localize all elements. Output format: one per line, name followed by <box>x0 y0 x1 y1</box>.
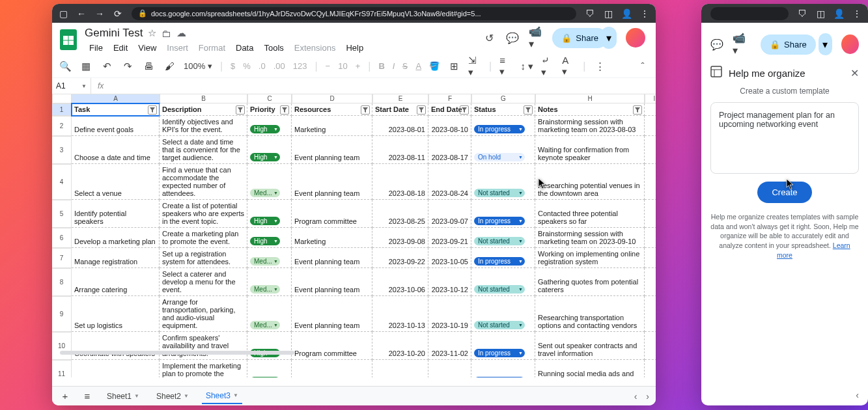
valign-icon[interactable]: ↕ ▾ <box>520 60 533 73</box>
data-cell[interactable]: 2023-08-01 <box>372 116 428 136</box>
format-123-icon[interactable]: 123 <box>293 61 307 71</box>
side-profile-icon[interactable]: 👤 <box>834 9 843 18</box>
chip-icon[interactable]: ▦ <box>79 60 92 73</box>
data-cell[interactable]: Event planning team <box>292 248 372 268</box>
priority-cell[interactable]: High▼ <box>247 116 292 136</box>
row-header[interactable]: 7 <box>52 248 72 268</box>
font-size-plus[interactable]: + <box>356 61 361 71</box>
data-cell[interactable] <box>645 360 656 377</box>
merge-icon[interactable]: ⇲ ▾ <box>468 60 481 73</box>
menu-insert[interactable]: Insert <box>162 41 193 55</box>
data-cell[interactable]: Researching potential venues in the down… <box>535 164 645 200</box>
data-cell[interactable]: 2023-08-11 <box>372 136 428 164</box>
paint-format-icon[interactable]: 🖌 <box>163 60 176 73</box>
data-cell[interactable]: Select a caterer and develop a menu for … <box>160 268 247 296</box>
sheet-tab-3[interactable]: Sheet3▼ <box>202 389 242 404</box>
data-cell[interactable] <box>645 136 656 164</box>
back-icon[interactable]: ← <box>77 9 86 18</box>
data-cell[interactable]: Develop a marketing plan <box>72 228 160 248</box>
data-cell[interactable] <box>645 296 656 332</box>
priority-cell[interactable]: Med...▼ <box>247 164 292 200</box>
horizontal-scrollbar[interactable] <box>60 351 648 356</box>
data-cell[interactable]: Create a marketing plan to promote the e… <box>160 228 247 248</box>
status-cell[interactable]: On hold▼ <box>471 136 535 164</box>
data-cell[interactable]: Marketing <box>292 116 372 136</box>
fill-color-icon[interactable]: 🪣 <box>429 61 440 71</box>
data-cell[interactable] <box>645 248 656 268</box>
close-panel-icon[interactable]: ✕ <box>850 67 859 79</box>
data-cell[interactable]: 2023-09-21 <box>428 228 471 248</box>
wrap-icon[interactable]: ⤶ ▾ <box>541 60 554 73</box>
forward-icon[interactable]: → <box>95 9 104 18</box>
align-icon[interactable]: ≡ ▾ <box>499 60 512 73</box>
data-cell[interactable]: Working on implementing online registrat… <box>535 248 645 268</box>
data-cell[interactable]: Define event goals <box>72 116 160 136</box>
data-cell[interactable]: 2023-08-24 <box>428 164 471 200</box>
percent-icon[interactable]: % <box>243 61 251 71</box>
data-cell[interactable]: Brainstorming session with marketing tea… <box>535 116 645 136</box>
meet-icon[interactable]: 📹 ▾ <box>529 31 543 45</box>
move-folder-icon[interactable]: 🗀 <box>161 28 171 39</box>
search-menus-icon[interactable]: 🔍 <box>59 60 72 73</box>
profile-icon[interactable]: 👤 <box>622 9 631 18</box>
filter-icon[interactable] <box>148 105 157 115</box>
data-cell[interactable]: Event planning team <box>292 164 372 200</box>
currency-icon[interactable]: $ <box>231 61 235 71</box>
data-cell[interactable]: Contacted three potential speakers so fa… <box>535 200 645 228</box>
data-cell[interactable]: 2023-09-07 <box>428 200 471 228</box>
panel-collapse-icon[interactable]: ‹ <box>856 390 859 400</box>
data-cell[interactable]: Identify objectives and KPI's for the ev… <box>160 116 247 136</box>
tab-scroll-left-icon[interactable]: ‹ <box>634 391 637 402</box>
more-tools-icon[interactable]: ⋮ <box>593 60 606 73</box>
data-cell[interactable] <box>645 116 656 136</box>
column-header[interactable] <box>52 94 72 103</box>
font-size-minus[interactable]: − <box>326 61 331 71</box>
menu-extensions[interactable]: Extensions <box>290 41 341 55</box>
share-dropdown-button[interactable]: ▾ <box>601 27 617 49</box>
data-cell[interactable]: Set up logistics <box>72 296 160 332</box>
window-icon[interactable]: ▢ <box>59 9 68 18</box>
filter-icon[interactable] <box>633 105 642 115</box>
data-cell[interactable]: Select a venue <box>72 164 160 200</box>
data-cell[interactable]: 2023-08-17 <box>428 136 471 164</box>
column-header[interactable]: D <box>292 94 372 103</box>
data-cell[interactable]: Find a venue that can accommodate the ex… <box>160 164 247 200</box>
data-cell[interactable]: Event planning team <box>292 136 372 164</box>
window-split-icon[interactable]: ◫ <box>604 9 613 18</box>
data-cell[interactable]: Brainstorming session with marketing tea… <box>535 228 645 248</box>
column-header[interactable]: B <box>160 94 247 103</box>
menu-tools[interactable]: Tools <box>259 41 288 55</box>
data-cell[interactable]: 2023-10-13 <box>372 296 428 332</box>
data-cell[interactable]: 2023-08-25 <box>372 200 428 228</box>
data-cell[interactable]: Promote the event <box>72 360 160 377</box>
url-bar[interactable]: 🔒 docs.google.com/spreadsheets/d/1hyAJrD… <box>132 7 576 20</box>
row-header[interactable]: 5 <box>52 200 72 228</box>
priority-cell[interactable]: Med...▼ <box>247 268 292 296</box>
sheet-tab-2[interactable]: Sheet2▼ <box>152 389 193 403</box>
row-header[interactable]: 2 <box>52 116 72 136</box>
filter-icon[interactable] <box>236 105 245 115</box>
kebab-icon[interactable]: ⋮ <box>640 9 649 18</box>
menu-file[interactable]: File <box>85 41 107 55</box>
sheets-logo-icon[interactable] <box>59 27 78 50</box>
data-cell[interactable]: Arrange catering <box>72 268 160 296</box>
user-avatar[interactable] <box>626 28 645 48</box>
text-color-icon[interactable]: A <box>415 61 421 71</box>
collapse-toolbar-icon[interactable]: ˆ <box>636 60 649 73</box>
history-icon[interactable]: ↺ <box>482 31 496 45</box>
status-cell[interactable]: In progress▼ <box>471 248 535 268</box>
data-cell[interactable]: Marketing <box>292 228 372 248</box>
row-header[interactable]: 3 <box>52 136 72 164</box>
row-header[interactable]: 1 <box>52 103 72 116</box>
priority-cell[interactable]: High▼ <box>247 136 292 164</box>
data-cell[interactable] <box>645 228 656 248</box>
data-cell[interactable]: Select a date and time that is convenien… <box>160 136 247 164</box>
data-cell[interactable]: Arrange for transportation, parking, and… <box>160 296 247 332</box>
column-header[interactable]: F <box>428 94 471 103</box>
header-cell[interactable]: End Date <box>428 103 471 116</box>
increase-decimal-icon[interactable]: .00 <box>273 61 285 71</box>
filter-icon[interactable] <box>460 105 469 115</box>
header-cell[interactable]: Priority <box>247 103 292 116</box>
header-cell[interactable]: Start Date <box>372 103 428 116</box>
priority-cell[interactable]: High▼ <box>247 360 292 377</box>
